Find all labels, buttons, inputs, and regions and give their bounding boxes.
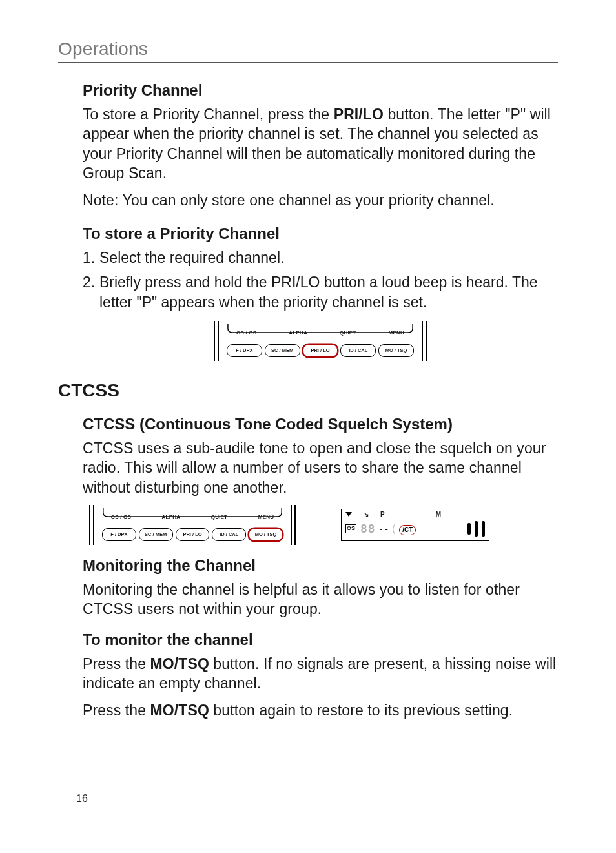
bar-icon: [467, 523, 471, 535]
label-os-gs: OS / GS: [235, 330, 258, 336]
lcd-p-indicator: P: [380, 511, 385, 518]
text: Select the required channel.: [99, 249, 284, 266]
list-item: 2.Briefly press and hold the PRI/LO butt…: [83, 272, 558, 312]
label-alpha: ALPHA: [161, 514, 182, 520]
label-menu: MENU: [257, 514, 275, 520]
heading-to-monitor: To monitor the channel: [83, 631, 558, 649]
btn-f-dpx: F / DPX: [102, 528, 136, 541]
bold-pri-lo: PRI/LO: [334, 106, 384, 123]
to-monitor-p2: Press the MO/TSQ button again to restore…: [83, 701, 558, 720]
btn-mo-tsq: MO / TSQ: [378, 344, 414, 357]
text: Briefly press and hold the: [99, 274, 271, 291]
btn-sc-mem: SC / MEM: [139, 528, 173, 541]
text: button again to restore to its previous …: [209, 702, 513, 719]
button-panel: OS / GS ALPHA QUIET MENU F / DPX SC / ME…: [214, 321, 427, 361]
lcd-m-indicator: M: [436, 511, 441, 518]
lcd-signal-bars: [467, 521, 485, 537]
down-triangle-icon: [345, 512, 352, 517]
text: To store a Priority Channel, press the: [83, 106, 334, 123]
figure-row-ctcss: OS / GS ALPHA QUIET MENU F / DPX SC / ME…: [83, 505, 558, 545]
bold-mo-tsq: MO/TSQ: [150, 702, 209, 719]
heading-ctcss: CTCSS: [58, 380, 558, 401]
label-os-gs: OS / GS: [110, 514, 132, 520]
lcd-ct-badge-highlighted: /CT: [399, 525, 416, 535]
priority-note: Note: You can only store one channel as …: [83, 190, 558, 210]
heading-ctcss-full: CTCSS (Continuous Tone Coded Squelch Sys…: [83, 415, 558, 433]
priority-steps: 1.Select the required channel. 2.Briefly…: [83, 248, 558, 312]
label-menu: MENU: [387, 330, 406, 336]
panel-button-row: F / DPX SC / MEM PRI / LO ID / CAL MO / …: [227, 344, 414, 357]
btn-mo-tsq-highlighted: MO / TSQ: [249, 528, 283, 541]
lcd-segment-digits: 88: [360, 522, 376, 535]
bar-icon: [482, 521, 485, 537]
panel-top-labels: OS / GS ALPHA QUIET MENU: [96, 514, 289, 520]
heading-monitoring: Monitoring the Channel: [83, 557, 558, 575]
button-panel: OS / GS ALPHA QUIET MENU F / DPX SC / ME…: [89, 505, 296, 545]
btn-pri-lo-highlighted: PRI / LO: [303, 344, 338, 357]
lcd-mid-row: OS 88 - - ( /CT: [345, 520, 485, 538]
lcd-dashes: - -: [380, 524, 388, 534]
running-head: Operations: [58, 39, 558, 63]
to-monitor-p1: Press the MO/TSQ button. If no signals a…: [83, 654, 558, 694]
btn-f-dpx: F / DPX: [227, 344, 262, 357]
panel-button-row: F / DPX SC / MEM PRI / LO ID / CAL MO / …: [102, 528, 283, 541]
heading-store-priority: To store a Priority Channel: [83, 225, 558, 243]
heading-priority-channel: Priority Channel: [83, 81, 558, 99]
lcd-top-row: ↘ P M: [345, 511, 485, 518]
bold-mo-tsq: MO/TSQ: [150, 655, 209, 672]
ctcss-description: CTCSS uses a sub-audile tone to open and…: [83, 438, 558, 497]
btn-id-cal: ID / CAL: [212, 528, 246, 541]
text: Press the: [83, 655, 150, 672]
monitoring-description: Monitoring the channel is helpful as it …: [83, 580, 558, 619]
figure-button-panel-prilo: OS / GS ALPHA QUIET MENU F / DPX SC / ME…: [83, 321, 558, 361]
bar-icon: [475, 521, 478, 537]
list-item: 1.Select the required channel.: [83, 248, 558, 267]
btn-sc-mem: SC / MEM: [265, 344, 300, 357]
label-quiet: QUIET: [338, 330, 357, 336]
panel-top-labels: OS / GS ALPHA QUIET MENU: [220, 330, 420, 336]
btn-id-cal: ID / CAL: [340, 344, 376, 357]
page-number: 16: [76, 793, 88, 805]
lcd-display: ↘ P M OS 88 - - ( /CT: [341, 509, 489, 541]
label-alpha: ALPHA: [287, 330, 309, 336]
text: Press the: [83, 702, 150, 719]
bold-pri-lo: PRI/LO: [271, 274, 320, 291]
priority-description: To store a Priority Channel, press the P…: [83, 105, 558, 183]
antenna-icon: ↘: [364, 511, 369, 518]
btn-pri-lo: PRI / LO: [176, 528, 210, 541]
label-quiet: QUIET: [210, 514, 229, 520]
lcd-os-badge: OS: [345, 524, 356, 533]
